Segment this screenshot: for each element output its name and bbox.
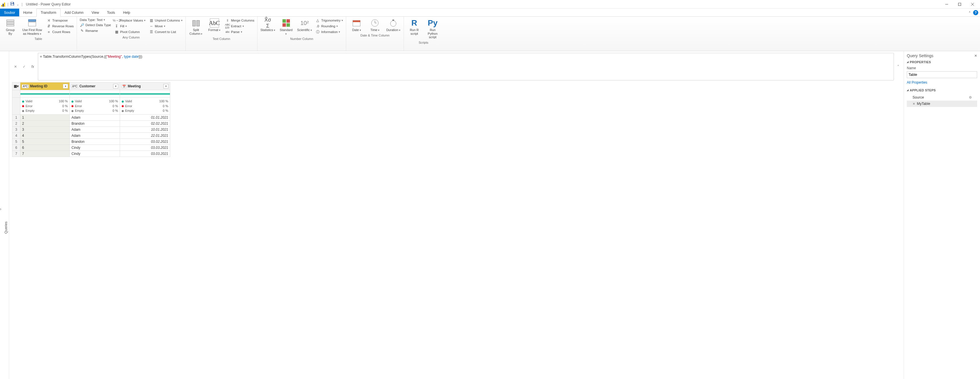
scientific-button[interactable]: 10² Scientific bbox=[296, 18, 313, 32]
tab-home[interactable]: Home bbox=[19, 9, 37, 16]
data-grid[interactable]: ▦▾ AᴮC Meeting ID ▾ AᴮC Customer ▾ bbox=[12, 82, 170, 157]
time-button[interactable]: Time bbox=[367, 18, 383, 32]
svg-rect-3 bbox=[958, 3, 961, 5]
table-row[interactable]: 11Adam01.01.2021 bbox=[12, 114, 170, 120]
type-badge-text[interactable]: AᴮC bbox=[22, 85, 29, 88]
applied-step-mytable[interactable]: ✕MyTable bbox=[907, 101, 977, 107]
tab-help[interactable]: Help bbox=[119, 9, 134, 16]
maximize-button[interactable] bbox=[953, 0, 966, 8]
svg-rect-0 bbox=[11, 2, 13, 3]
ribbon-tabs: Soubor Home Transform Add Column View To… bbox=[0, 9, 980, 17]
information-button[interactable]: ⓘInformation bbox=[315, 29, 344, 35]
filter-icon[interactable]: ▾ bbox=[63, 84, 68, 88]
collapse-ribbon-icon[interactable]: ＾ bbox=[968, 10, 971, 15]
formula-input[interactable]: = Table.TransformColumnTypes(Source,{{"M… bbox=[38, 53, 894, 80]
queries-pane-collapsed[interactable]: › Queries bbox=[0, 51, 9, 379]
all-properties-link[interactable]: All Properties bbox=[907, 80, 977, 85]
table-row[interactable]: 77Cindy03.03.2021 bbox=[12, 150, 170, 157]
parse-button[interactable]: abcParse bbox=[225, 29, 255, 35]
column-quality-row: Valid100 % Error0 % Empty0 % Valid100 % … bbox=[12, 98, 170, 115]
reverse-rows-button[interactable]: ⇵Reverse Rows bbox=[46, 24, 74, 29]
table-row[interactable]: 66Cindy03.03.2021 bbox=[12, 144, 170, 150]
save-icon[interactable] bbox=[10, 2, 14, 7]
cancel-formula-button[interactable]: ✕ bbox=[12, 63, 19, 70]
rounding-button[interactable]: .0Rounding bbox=[315, 24, 344, 29]
grid-corner-menu[interactable]: ▦▾ bbox=[12, 83, 21, 90]
titlebar: | ⌄ | Untitled - Power Query Editor bbox=[0, 0, 980, 9]
commit-formula-button[interactable]: ✓ bbox=[21, 63, 27, 70]
column-header-meeting[interactable]: 📅 Meeting ▾ bbox=[120, 83, 170, 90]
pivot-column-button[interactable]: ▦Pivot Column bbox=[114, 29, 146, 35]
r-icon: R bbox=[410, 18, 419, 27]
transpose-button[interactable]: ⤭Transpose bbox=[46, 18, 74, 23]
queries-rail-label: Queries bbox=[4, 221, 8, 233]
tab-view[interactable]: View bbox=[88, 9, 103, 16]
unpivot-columns-button[interactable]: ▥Unpivot Columns bbox=[148, 18, 183, 23]
svg-rect-14 bbox=[286, 19, 290, 23]
rename-button[interactable]: ✎Rename bbox=[79, 28, 112, 34]
workspace: › Queries ✕ ✓ fx = Table.TransformColumn… bbox=[0, 51, 980, 379]
svg-rect-16 bbox=[286, 23, 290, 27]
svg-rect-1 bbox=[11, 4, 13, 5]
detect-data-type-button[interactable]: 🔎Detect Data Type bbox=[79, 22, 112, 27]
split-column-button[interactable]: SplitColumn bbox=[188, 18, 204, 36]
svg-rect-23 bbox=[392, 19, 394, 21]
table-row[interactable]: 44Adam22.01.2021 bbox=[12, 133, 170, 139]
query-name-input[interactable] bbox=[907, 71, 977, 78]
column-header-customer[interactable]: AᴮC Customer ▾ bbox=[70, 83, 120, 90]
column-header-meeting-id[interactable]: AᴮC Meeting ID ▾ bbox=[21, 83, 70, 90]
format-button[interactable]: AbC Format bbox=[207, 18, 223, 32]
tab-file[interactable]: Soubor bbox=[0, 9, 19, 16]
group-by-button[interactable]: GroupBy bbox=[2, 18, 18, 36]
delete-step-icon[interactable]: ✕ bbox=[913, 102, 915, 106]
tab-tools[interactable]: Tools bbox=[103, 9, 119, 16]
help-icon[interactable]: ? bbox=[973, 10, 978, 15]
standard-button[interactable]: Standard bbox=[278, 18, 294, 36]
fx-icon[interactable]: fx bbox=[29, 63, 36, 70]
convert-to-list-button[interactable]: ☰Convert to List bbox=[148, 29, 183, 35]
filter-icon[interactable]: ▾ bbox=[113, 84, 118, 88]
ribbon-group-text-column: SplitColumn AbC Format ⫴Merge Columns AB… bbox=[186, 17, 258, 51]
trigonometry-button[interactable]: △Trigonometry bbox=[315, 18, 344, 23]
data-type-button[interactable]: Data Type: Text bbox=[79, 18, 112, 22]
move-button[interactable]: ↔Move bbox=[148, 24, 183, 29]
svg-rect-10 bbox=[29, 22, 36, 26]
close-query-settings-button[interactable]: ✕ bbox=[974, 54, 977, 58]
close-button[interactable] bbox=[966, 0, 979, 8]
table-row[interactable]: 55Brandon03.02.2021 bbox=[12, 139, 170, 144]
count-rows-button[interactable]: ≡Count Rows bbox=[46, 29, 74, 35]
merge-columns-button[interactable]: ⫴Merge Columns bbox=[225, 18, 255, 23]
stopwatch-icon bbox=[389, 18, 398, 27]
type-badge-date[interactable]: 📅 bbox=[121, 85, 127, 88]
svg-rect-13 bbox=[282, 19, 286, 23]
ribbon: GroupBy Use First Rowas Headers ⤭Transpo… bbox=[0, 17, 980, 51]
properties-section-header[interactable]: PROPERTIES bbox=[907, 60, 977, 64]
table-row[interactable]: 33Adam10.01.2021 bbox=[12, 126, 170, 133]
table-row[interactable]: 22Brandon02.02.2021 bbox=[12, 120, 170, 126]
type-badge-text[interactable]: AᴮC bbox=[71, 85, 78, 88]
run-r-script-button[interactable]: R Run Rscript bbox=[406, 18, 422, 36]
svg-rect-12 bbox=[197, 21, 199, 26]
fill-button[interactable]: ↧Fill bbox=[114, 24, 146, 29]
applied-step-source[interactable]: Source ⚙ bbox=[907, 94, 977, 101]
replace-values-button[interactable]: ½→2Replace Values bbox=[114, 18, 146, 23]
name-label: Name bbox=[907, 66, 977, 70]
tab-transform[interactable]: Transform bbox=[37, 9, 60, 16]
statistics-button[interactable]: X̄σΣ Statistics bbox=[260, 18, 276, 32]
minimize-button[interactable] bbox=[940, 0, 953, 8]
collapse-formula-icon[interactable]: ˄ bbox=[896, 65, 901, 69]
duration-button[interactable]: Duration bbox=[385, 18, 401, 32]
date-button[interactable]: Date bbox=[348, 18, 364, 32]
svg-rect-11 bbox=[192, 21, 196, 26]
filter-icon[interactable]: ▾ bbox=[163, 84, 169, 88]
query-settings-pane: Query Settings ✕ PROPERTIES Name All Pro… bbox=[904, 51, 980, 379]
gear-icon[interactable]: ⚙ bbox=[969, 95, 972, 99]
extract-button[interactable]: ABC123Extract bbox=[225, 24, 255, 29]
window-title: Untitled - Power Query Editor bbox=[26, 2, 71, 6]
run-python-script-button[interactable]: Py Run Pythonscript bbox=[425, 18, 441, 40]
applied-steps-section-header[interactable]: APPLIED STEPS bbox=[907, 88, 977, 92]
qat-dropdown[interactable]: ⌄ bbox=[16, 2, 20, 6]
ribbon-group-datetime-column: Date Time Duration Date & Time Column bbox=[346, 17, 404, 51]
use-first-row-as-headers-button[interactable]: Use First Rowas Headers bbox=[21, 18, 44, 36]
tab-add-column[interactable]: Add Column bbox=[60, 9, 88, 16]
